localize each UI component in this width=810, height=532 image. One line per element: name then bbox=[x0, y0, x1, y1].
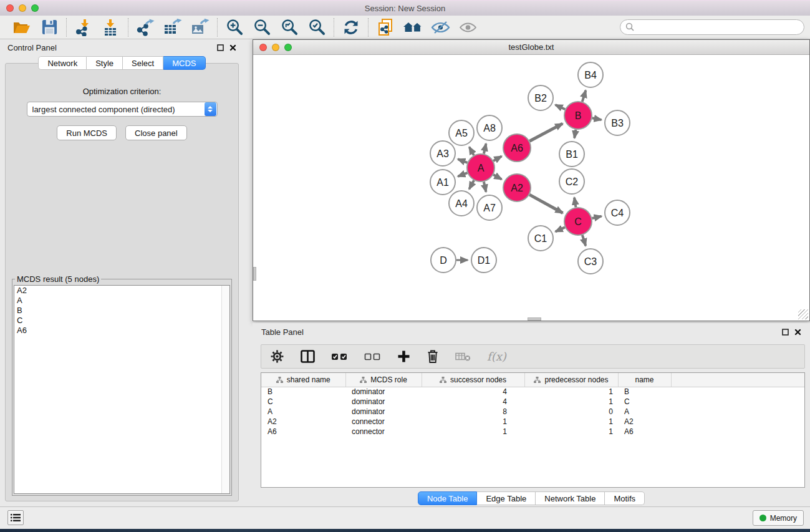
window-resize-grip[interactable] bbox=[798, 309, 808, 319]
cell-predecessor-nodes[interactable]: 1 bbox=[524, 397, 618, 407]
table-row[interactable]: Cdominator41C bbox=[261, 397, 804, 407]
mcds-result-list[interactable]: A2ABCA6 bbox=[14, 285, 230, 494]
close-window-button[interactable] bbox=[6, 4, 14, 12]
cell-MCDS-role[interactable]: dominator bbox=[345, 397, 422, 407]
mcds-result-item[interactable]: A bbox=[14, 296, 229, 306]
graph-edge-A6-B[interactable] bbox=[529, 123, 562, 141]
graph-edge-B-B1[interactable] bbox=[574, 130, 576, 138]
close-panel-icon[interactable] bbox=[794, 329, 801, 336]
tab-network-table[interactable]: Network Table bbox=[536, 491, 605, 505]
tab-motifs[interactable]: Motifs bbox=[605, 491, 645, 505]
run-mcds-button[interactable]: Run MCDS bbox=[57, 125, 117, 140]
tab-edge-table[interactable]: Edge Table bbox=[477, 491, 536, 505]
graph-edge-A-A1[interactable] bbox=[458, 173, 467, 177]
zoom-selected-button[interactable] bbox=[306, 17, 327, 37]
create-column-button[interactable] bbox=[397, 347, 410, 366]
network-window-titlebar[interactable]: testGlobe.txt bbox=[253, 40, 809, 55]
table-row[interactable]: A2connector11A2 bbox=[261, 417, 804, 427]
save-session-button[interactable] bbox=[39, 17, 60, 37]
zoom-fit-button[interactable] bbox=[279, 17, 300, 37]
zoom-out-button[interactable] bbox=[251, 17, 272, 37]
table-row[interactable]: Adominator80A bbox=[261, 407, 804, 417]
graph-edge-A-A8[interactable] bbox=[484, 143, 486, 153]
graph-edge-A-A3[interactable] bbox=[458, 159, 467, 163]
tab-network[interactable]: Network bbox=[38, 56, 87, 70]
tab-node-table[interactable]: Node Table bbox=[418, 491, 478, 505]
column-header-shared-name[interactable]: shared name bbox=[261, 373, 345, 387]
mcds-result-item[interactable]: B bbox=[14, 306, 229, 316]
column-header-MCDS-role[interactable]: MCDS role bbox=[345, 373, 422, 387]
graph-edge-C-C4[interactable] bbox=[592, 216, 601, 218]
column-header-name[interactable]: name bbox=[618, 373, 671, 387]
first-neighbors-button[interactable] bbox=[402, 17, 423, 37]
minimize-window-button[interactable] bbox=[19, 4, 26, 12]
graph-edge-A2-C[interactable] bbox=[529, 195, 562, 213]
cell-shared-name[interactable]: C bbox=[261, 397, 345, 407]
import-network-button[interactable] bbox=[73, 17, 94, 37]
graph-edge-C-C1[interactable] bbox=[556, 227, 565, 231]
criterion-select[interactable]: largest connected component (directed) bbox=[27, 102, 218, 117]
tab-mcds[interactable]: MCDS bbox=[163, 56, 205, 70]
graph-edge-A-A2[interactable] bbox=[493, 175, 501, 179]
tab-select[interactable]: Select bbox=[123, 56, 163, 70]
cell-predecessor-nodes[interactable]: 0 bbox=[524, 407, 618, 417]
function-builder-button[interactable]: f(x) bbox=[487, 347, 506, 366]
network-vertical-scrollbar[interactable] bbox=[253, 267, 256, 281]
cell-successor-nodes[interactable]: 4 bbox=[422, 387, 524, 397]
export-table-button[interactable] bbox=[162, 17, 183, 37]
cell-successor-nodes[interactable]: 1 bbox=[422, 427, 524, 437]
export-image-button[interactable] bbox=[190, 17, 211, 37]
cell-name[interactable]: C bbox=[618, 397, 671, 407]
cell-name[interactable]: A bbox=[618, 407, 671, 417]
select-all-columns-button[interactable] bbox=[331, 347, 348, 366]
table-row[interactable]: Bdominator41B bbox=[261, 387, 804, 397]
cell-name[interactable]: A6 bbox=[618, 427, 671, 437]
graph-edge-C-C3[interactable] bbox=[582, 235, 586, 246]
zoom-window-button[interactable] bbox=[31, 4, 39, 12]
task-history-button[interactable] bbox=[7, 510, 24, 525]
graph-edge-A-A5[interactable] bbox=[470, 147, 474, 155]
memory-button[interactable]: Memory bbox=[753, 510, 804, 526]
graph-edge-C-C2[interactable] bbox=[574, 198, 576, 208]
column-header-predecessor-nodes[interactable]: predecessor nodes bbox=[524, 373, 618, 387]
cell-MCDS-role[interactable]: dominator bbox=[345, 407, 422, 417]
cell-predecessor-nodes[interactable]: 1 bbox=[524, 387, 618, 397]
graph-edge-A-A7[interactable] bbox=[484, 181, 486, 191]
close-panel-icon[interactable] bbox=[229, 44, 236, 51]
new-network-from-selection-button[interactable] bbox=[375, 17, 396, 37]
mcds-result-item[interactable]: A6 bbox=[14, 326, 229, 336]
cell-predecessor-nodes[interactable]: 1 bbox=[524, 417, 618, 427]
float-panel-icon[interactable] bbox=[217, 44, 224, 51]
graph-edge-B-B4[interactable] bbox=[582, 90, 586, 102]
cell-shared-name[interactable]: A6 bbox=[261, 427, 345, 437]
cell-successor-nodes[interactable]: 1 bbox=[422, 417, 524, 427]
cell-successor-nodes[interactable]: 4 bbox=[422, 397, 524, 407]
cell-MCDS-role[interactable]: connector bbox=[345, 427, 422, 437]
hide-selected-button[interactable] bbox=[430, 17, 451, 37]
float-panel-icon[interactable] bbox=[782, 329, 789, 336]
cell-successor-nodes[interactable]: 8 bbox=[422, 407, 524, 417]
deselect-all-columns-button[interactable] bbox=[364, 347, 381, 366]
close-network-window-button[interactable] bbox=[259, 44, 267, 51]
open-session-button[interactable] bbox=[11, 17, 32, 37]
cell-shared-name[interactable]: B bbox=[261, 387, 345, 397]
mcds-result-item[interactable]: A2 bbox=[14, 286, 229, 296]
cell-shared-name[interactable]: A bbox=[261, 407, 345, 417]
list-scrollbar[interactable] bbox=[221, 286, 229, 493]
table-settings-button[interactable] bbox=[270, 347, 284, 366]
cell-shared-name[interactable]: A2 bbox=[261, 417, 345, 427]
export-network-button[interactable] bbox=[135, 17, 156, 37]
cell-name[interactable]: B bbox=[618, 387, 671, 397]
tab-style[interactable]: Style bbox=[87, 56, 123, 70]
column-header-successor-nodes[interactable]: successor nodes bbox=[422, 373, 524, 387]
cell-predecessor-nodes[interactable]: 1 bbox=[524, 427, 618, 437]
network-horizontal-scrollbar[interactable] bbox=[528, 317, 541, 321]
minimize-network-window-button[interactable] bbox=[272, 44, 279, 51]
graph-edge-B-B3[interactable] bbox=[592, 118, 602, 120]
apply-layout-button[interactable] bbox=[340, 17, 362, 37]
close-panel-button[interactable]: Close panel bbox=[125, 125, 187, 140]
graph-edge-A-A4[interactable] bbox=[469, 180, 474, 189]
toggle-column-panel-button[interactable] bbox=[301, 347, 315, 366]
mcds-result-item[interactable]: C bbox=[14, 316, 229, 326]
network-graph[interactable]: B4B2BB3A5A8A6A3B1AA1C2A2A4A7C4CC1DD1C3 bbox=[253, 55, 809, 321]
